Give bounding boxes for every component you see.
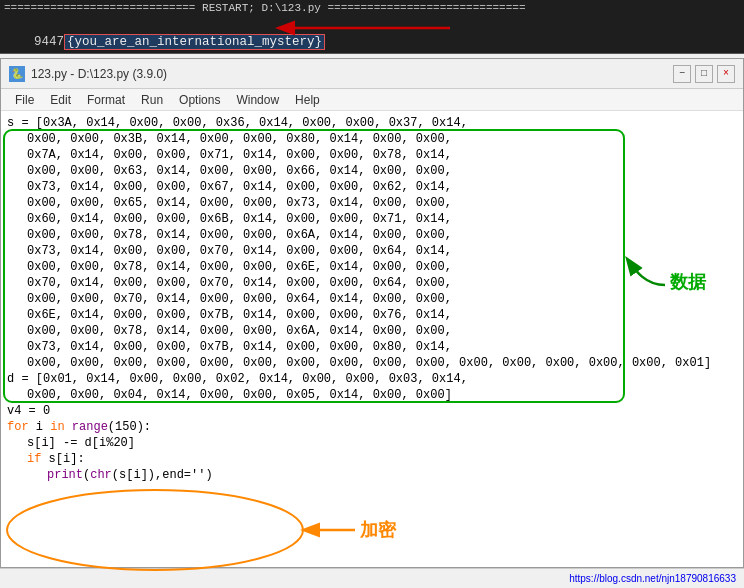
code-line-12: 0x6E, 0x14, 0x00, 0x00, 0x7B, 0x14, 0x00…	[7, 307, 737, 323]
menu-run[interactable]: Run	[133, 91, 171, 109]
code-line-13: 0x00, 0x00, 0x78, 0x14, 0x00, 0x00, 0x6A…	[7, 323, 737, 339]
code-line-2: 0x7A, 0x14, 0x00, 0x00, 0x71, 0x14, 0x00…	[7, 147, 737, 163]
menu-format[interactable]: Format	[79, 91, 133, 109]
code-line-10: 0x70, 0x14, 0x00, 0x00, 0x70, 0x14, 0x00…	[7, 275, 737, 291]
title-text: 123.py - D:\123.py (3.9.0)	[31, 67, 167, 81]
status-url: https://blog.csdn.net/njn18790816633	[569, 573, 736, 584]
minimize-button[interactable]: −	[673, 65, 691, 83]
code-line-for: for i in range(150):	[7, 419, 737, 435]
code-line-1: 0x00, 0x00, 0x3B, 0x14, 0x00, 0x00, 0x80…	[7, 131, 737, 147]
code-line-11: 0x00, 0x00, 0x70, 0x14, 0x00, 0x00, 0x64…	[7, 291, 737, 307]
maximize-button[interactable]: □	[695, 65, 713, 83]
menu-window[interactable]: Window	[228, 91, 287, 109]
code-line-s-start: s = [0x3A, 0x14, 0x00, 0x00, 0x36, 0x14,…	[7, 115, 737, 131]
code-line-14: 0x73, 0x14, 0x00, 0x00, 0x7B, 0x14, 0x00…	[7, 339, 737, 355]
title-bar-controls: − □ ×	[673, 65, 735, 83]
code-line-v4: v4 = 0	[7, 403, 737, 419]
code-line-d-1: 0x00, 0x00, 0x04, 0x14, 0x00, 0x00, 0x05…	[7, 387, 737, 403]
restart-bar: ============================= RESTART; D…	[0, 0, 744, 16]
title-bar-left: 🐍 123.py - D:\123.py (3.9.0)	[9, 66, 167, 82]
code-line-d-start: d = [0x01, 0x14, 0x00, 0x00, 0x02, 0x14,…	[7, 371, 737, 387]
code-line-3: 0x00, 0x00, 0x63, 0x14, 0x00, 0x00, 0x66…	[7, 163, 737, 179]
output-area: 9447{you_are_an_international_mystery} >…	[0, 16, 744, 54]
code-line-7: 0x00, 0x00, 0x78, 0x14, 0x00, 0x00, 0x6A…	[7, 227, 737, 243]
code-line-if: if s[i]:	[7, 451, 737, 467]
code-line-9: 0x00, 0x00, 0x78, 0x14, 0x00, 0x00, 0x6E…	[7, 259, 737, 275]
python-icon: 🐍	[9, 66, 25, 82]
output-prefix: 9447	[34, 35, 64, 49]
code-line-8: 0x73, 0x14, 0x00, 0x00, 0x70, 0x14, 0x00…	[7, 243, 737, 259]
menu-file[interactable]: File	[7, 91, 42, 109]
code-line-6: 0x60, 0x14, 0x00, 0x00, 0x6B, 0x14, 0x00…	[7, 211, 737, 227]
output-highlight: {you_are_an_international_mystery}	[64, 34, 325, 50]
code-line-15: 0x00, 0x00, 0x00, 0x00, 0x00, 0x00, 0x00…	[7, 355, 737, 371]
code-line-si: s[i] -= d[i%20]	[7, 435, 737, 451]
code-line-5: 0x00, 0x00, 0x65, 0x14, 0x00, 0x00, 0x73…	[7, 195, 737, 211]
restart-bar-text: ============================= RESTART; D…	[4, 2, 526, 14]
title-bar: 🐍 123.py - D:\123.py (3.9.0) − □ ×	[1, 59, 743, 89]
menu-options[interactable]: Options	[171, 91, 228, 109]
code-line-4: 0x73, 0x14, 0x00, 0x00, 0x67, 0x14, 0x00…	[7, 179, 737, 195]
close-button[interactable]: ×	[717, 65, 735, 83]
menu-edit[interactable]: Edit	[42, 91, 79, 109]
menu-help[interactable]: Help	[287, 91, 328, 109]
code-area: s = [0x3A, 0x14, 0x00, 0x00, 0x36, 0x14,…	[1, 111, 743, 567]
menu-bar: File Edit Format Run Options Window Help	[1, 89, 743, 111]
status-bar: https://blog.csdn.net/njn18790816633	[0, 568, 744, 588]
code-line-print: print(chr(s[i]),end='')	[7, 467, 737, 483]
ide-window: 🐍 123.py - D:\123.py (3.9.0) − □ × File …	[0, 58, 744, 568]
